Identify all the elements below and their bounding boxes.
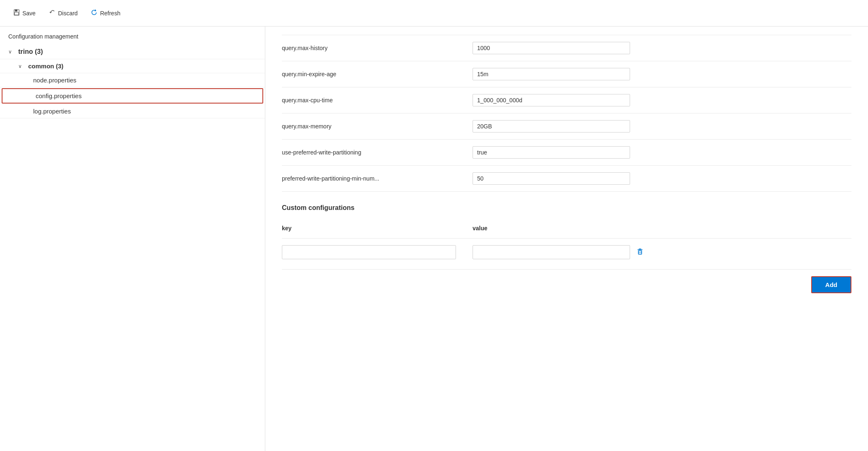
svg-rect-1 (15, 10, 17, 12)
custom-key-input-0[interactable] (282, 245, 456, 259)
sidebar-item-config-properties-label: config.properties (36, 92, 82, 99)
custom-config-value-header: value (473, 225, 487, 232)
custom-config-section: Custom configurations key value (282, 204, 851, 300)
discard-label: Discard (58, 10, 78, 17)
discard-icon (49, 9, 56, 17)
config-row-3: query.max-memory (282, 113, 851, 140)
config-key-2: query.max-cpu-time (282, 97, 456, 104)
config-key-1: query.min-expire-age (282, 71, 456, 77)
sidebar-item-log-properties[interactable]: log.properties (0, 104, 265, 118)
custom-value-wrapper-0 (473, 245, 851, 259)
sidebar-item-trino[interactable]: ∨ trino (3) (0, 45, 265, 59)
save-button[interactable]: Save (8, 7, 41, 20)
sidebar-item-node-properties[interactable]: node.properties (0, 73, 265, 87)
add-btn-row: Add (282, 269, 851, 300)
save-label: Save (22, 10, 36, 17)
config-value-input-5[interactable] (473, 172, 630, 185)
refresh-icon (91, 9, 97, 17)
sidebar-item-trino-label: trino (3) (18, 48, 43, 55)
sidebar-item-config-properties[interactable]: config.properties (2, 88, 263, 104)
svg-rect-3 (638, 251, 642, 254)
chevron-down-icon: ∨ (18, 63, 25, 69)
refresh-button[interactable]: Refresh (86, 7, 125, 20)
app-container: Save Discard Refresh (0, 0, 868, 451)
config-row-5: preferred-write-partitioning-min-num... (282, 166, 851, 192)
sidebar-header: Configuration management (0, 27, 265, 45)
config-value-input-3[interactable] (473, 120, 630, 133)
refresh-label: Refresh (100, 10, 120, 17)
config-row-2: query.max-cpu-time (282, 87, 851, 113)
right-panel: query.max-history query.min-expire-age q… (265, 27, 868, 451)
config-value-input-1[interactable] (473, 68, 630, 80)
config-value-input-0[interactable] (473, 42, 630, 54)
config-key-5: preferred-write-partitioning-min-num... (282, 175, 456, 182)
config-key-3: query.max-memory (282, 123, 456, 130)
sidebar-item-common[interactable]: ∨ common (3) (0, 59, 265, 73)
chevron-down-icon: ∨ (8, 49, 15, 55)
custom-config-row-0 (282, 239, 851, 266)
config-row-1: query.min-expire-age (282, 61, 851, 87)
custom-config-key-header: key (282, 225, 456, 232)
discard-button[interactable]: Discard (44, 7, 82, 20)
delete-row-button-0[interactable] (634, 246, 646, 259)
main-content: Configuration management ∨ trino (3) ∨ c… (0, 27, 868, 451)
custom-config-title: Custom configurations (282, 204, 851, 212)
custom-config-header: key value (282, 222, 851, 239)
add-button[interactable]: Add (811, 276, 851, 293)
save-icon (13, 9, 20, 17)
config-row-0: query.max-history (282, 35, 851, 61)
config-value-input-2[interactable] (473, 94, 630, 106)
sidebar-item-node-properties-label: node.properties (33, 77, 76, 84)
svg-rect-2 (15, 12, 19, 15)
config-row-4: use-preferred-write-partitioning (282, 140, 851, 166)
toolbar: Save Discard Refresh (0, 0, 868, 27)
config-rows-container: query.max-history query.min-expire-age q… (282, 35, 851, 192)
configuration-management-label: Configuration management (8, 33, 78, 40)
sidebar-item-log-properties-label: log.properties (33, 108, 71, 115)
config-key-0: query.max-history (282, 45, 456, 51)
config-key-4: use-preferred-write-partitioning (282, 149, 456, 156)
config-value-input-4[interactable] (473, 146, 630, 159)
custom-value-input-0[interactable] (473, 245, 630, 259)
trash-icon (636, 247, 644, 256)
sidebar: Configuration management ∨ trino (3) ∨ c… (0, 27, 265, 451)
sidebar-item-common-label: common (3) (28, 63, 63, 70)
